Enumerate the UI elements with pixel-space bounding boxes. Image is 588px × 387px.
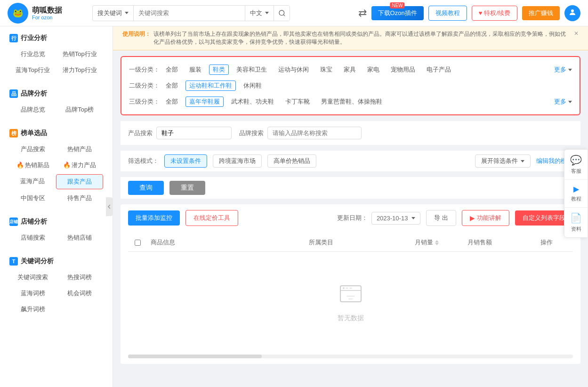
notice-label: 使用说明：	[122, 30, 151, 38]
sidebar-item-blue-ocean-words[interactable]: 蓝海词榜	[9, 286, 56, 300]
filter-more-l3[interactable]: 更多	[554, 97, 572, 106]
right-float-panel: 💬 客服 ▶ 教程 📄 资料	[564, 149, 588, 238]
sidebar-section-title-keyword[interactable]: T 关键词分析	[0, 253, 113, 269]
notice-bar: 使用说明： 该榜单列出了当前市场上存在跟卖现象的热销产品，即其他卖家也在销售相同…	[113, 26, 588, 50]
horizontal-scrollbar[interactable]	[128, 355, 573, 358]
sidebar-item-potential-products[interactable]: 🔥潜力产品	[56, 158, 104, 172]
logo-title: 萌呱数据	[32, 6, 62, 15]
sidebar-item-blue-ocean-industry[interactable]: 蓝海Top行业	[9, 63, 56, 77]
filter-tag-appliances[interactable]: 家电	[363, 64, 383, 75]
sidebar-section-keyword: T 关键词分析 关键词搜索 热搜词榜 蓝海词榜 机会词榜 飙升词榜	[0, 250, 113, 321]
online-price-tool-button[interactable]: 在线定价工具	[185, 210, 238, 226]
lang-chevron-icon	[265, 12, 269, 14]
top-navigation: 🐸 萌呱数据 For ozon 搜关键词 中文 ⇄ NEW 下载Ozon插件 视…	[0, 0, 588, 26]
filter-tag-beauty[interactable]: 美容和卫生	[233, 64, 271, 75]
sidebar-section-store: 店铺 店铺分析 店铺搜索 热销店铺	[0, 210, 113, 250]
float-item-tutorial[interactable]: ▶ 教程	[564, 180, 588, 208]
sidebar-item-industry-overview[interactable]: 行业总览	[9, 47, 56, 61]
mode-tag-cross-border[interactable]: 跨境蓝海市场	[213, 154, 262, 168]
industry-section-icon: 行	[9, 34, 18, 42]
filter-tag-electronics[interactable]: 电子产品	[423, 64, 455, 75]
sidebar-section-title-rankings[interactable]: 榜 榜单选品	[0, 125, 113, 141]
mode-tag-high-price[interactable]: 高单价热销品	[267, 154, 316, 168]
search-input[interactable]	[134, 9, 245, 16]
special-privileges-button[interactable]: ♥ 特权/续费	[472, 6, 517, 21]
filter-level2-tags: 全部 运动鞋和工作鞋 休闲鞋	[162, 81, 572, 91]
earn-button[interactable]: 推广赚钱	[522, 6, 560, 20]
query-button[interactable]: 查询	[128, 181, 164, 195]
filter-tag-clothes[interactable]: 服装	[185, 64, 205, 75]
sidebar-section-title-industry[interactable]: 行 行业分析	[0, 30, 113, 46]
sidebar-item-store-search[interactable]: 店铺搜索	[9, 231, 56, 245]
sidebar-section-title-store[interactable]: 店铺 店铺分析	[0, 214, 113, 230]
sidebar-item-potential-industry[interactable]: 潜力Top行业	[56, 63, 104, 77]
brand-search-input[interactable]	[267, 127, 362, 139]
filter-tag-pet[interactable]: 宠物用品	[387, 64, 419, 75]
filter-tag-kart[interactable]: 卡丁车靴	[282, 97, 314, 107]
sidebar-item-brand-top[interactable]: 品牌Top榜	[56, 103, 104, 117]
filter-tag-sports-shoes[interactable]: 运动鞋和工作鞋	[185, 81, 236, 91]
filter-tag-all-l1[interactable]: 全部	[162, 64, 182, 75]
search-type-dropdown[interactable]: 搜关键词	[93, 6, 134, 21]
sidebar-item-hot-search[interactable]: 热搜词榜	[56, 270, 104, 284]
filter-tag-martial-arts[interactable]: 武术鞋、功夫鞋	[227, 97, 278, 107]
filter-mode-label: 筛选模式：	[128, 157, 159, 165]
sidebar-item-hot-new[interactable]: 🔥热销新品	[9, 158, 56, 172]
func-icon: ▶	[470, 214, 475, 222]
column-header-action: 操作	[520, 238, 573, 247]
filter-more-l1[interactable]: 更多	[554, 65, 572, 74]
svg-point-2	[571, 9, 574, 12]
product-search-input[interactable]	[156, 127, 232, 139]
reset-button[interactable]: 重置	[169, 181, 205, 195]
language-selector[interactable]: 中文	[245, 6, 274, 21]
select-all-checkbox[interactable]	[135, 240, 141, 246]
video-tutorial-button[interactable]: 视频教程	[428, 6, 467, 21]
product-search-field: 产品搜索	[128, 127, 232, 139]
sidebar-item-keyword-search[interactable]: 关键词搜索	[9, 270, 56, 284]
user-icon	[568, 8, 577, 16]
sidebar-item-china-zone[interactable]: 中国专区	[9, 191, 56, 205]
date-picker[interactable]: 2023-10-13	[371, 212, 421, 225]
action-row: 查询 重置	[121, 177, 580, 199]
filter-tag-all-l2[interactable]: 全部	[162, 81, 182, 91]
sidebar-item-follow-sell[interactable]: 跟卖产品	[56, 174, 104, 189]
product-search-label: 产品搜索	[128, 129, 153, 137]
sidebar-section-title-brand[interactable]: 品 品牌分析	[0, 86, 113, 102]
float-item-customer-service[interactable]: 💬 客服	[564, 150, 588, 180]
mode-tag-default[interactable]: 未设置条件	[164, 154, 207, 168]
float-item-materials[interactable]: 📄 资料	[564, 208, 588, 237]
sidebar-item-pending-sale[interactable]: 待售产品	[56, 191, 104, 205]
download-plugin-button[interactable]: NEW 下载Ozon插件	[371, 6, 424, 20]
sidebar-item-product-search[interactable]: 产品搜索	[9, 142, 56, 156]
sidebar-collapse-button[interactable]	[106, 197, 113, 216]
filter-tag-shoes[interactable]: 鞋类	[209, 64, 229, 75]
export-button[interactable]: 导 出	[426, 210, 456, 226]
sidebar-row: 店铺搜索 热销店铺	[0, 230, 113, 246]
sidebar-item-hot-products[interactable]: 热销产品	[56, 142, 104, 156]
filter-tag-jewelry[interactable]: 珠宝	[316, 64, 336, 75]
expand-filter-button[interactable]: 展开筛选条件	[475, 154, 531, 168]
filter-level3-tags: 全部 嘉年华鞋履 武术鞋、功夫鞋 卡丁车靴 男童芭蕾鞋、体操拖鞋 更多	[162, 97, 572, 107]
sidebar-item-rising-words[interactable]: 飙升词榜	[9, 302, 56, 316]
filter-tag-all-l3[interactable]: 全部	[162, 97, 182, 107]
translate-button[interactable]: ⇄	[358, 7, 367, 19]
sidebar-item-brand-overview[interactable]: 品牌总览	[9, 103, 56, 117]
sidebar-item-hot-stores[interactable]: 热销店铺	[56, 231, 104, 245]
user-avatar-button[interactable]	[564, 5, 580, 21]
filter-tag-boys-ballet[interactable]: 男童芭蕾鞋、体操拖鞋	[317, 97, 386, 107]
column-header-sales[interactable]: 月销量	[415, 238, 467, 247]
filter-tag-carnival[interactable]: 嘉年华鞋履	[185, 97, 224, 107]
notice-close-button[interactable]: ✕	[574, 30, 579, 37]
sidebar-item-blue-ocean-products[interactable]: 蓝海产品	[9, 174, 56, 189]
function-explain-button[interactable]: ▶ 功能讲解	[462, 210, 509, 226]
filter-tag-casual-shoes[interactable]: 休闲鞋	[240, 81, 266, 91]
sort-icon[interactable]	[435, 240, 439, 245]
filter-tag-sports[interactable]: 运动与休闲	[274, 64, 313, 75]
search-button[interactable]	[274, 5, 290, 21]
batch-add-monitor-button[interactable]: 批量添加监控	[128, 210, 180, 226]
sidebar-item-opportunity-words[interactable]: 机会词榜	[56, 286, 104, 300]
scrollbar-thumb[interactable]	[128, 355, 262, 358]
filter-tag-furniture[interactable]: 家具	[340, 64, 360, 75]
sidebar-item-hot-industry[interactable]: 热销Top行业	[56, 47, 104, 61]
svg-line-1	[283, 15, 285, 16]
